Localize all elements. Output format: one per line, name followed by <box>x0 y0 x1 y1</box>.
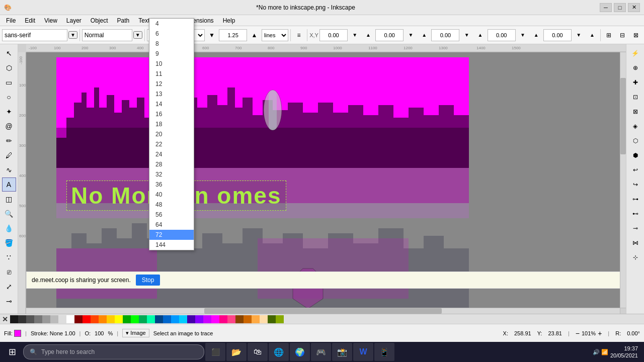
color-swatch[interactable] <box>139 315 147 323</box>
snap-btn-8[interactable]: ⬢ <box>628 148 642 162</box>
scrollbar-thumb-h[interactable] <box>204 308 442 314</box>
font-size-option-16[interactable]: 16 <box>149 109 194 119</box>
snap-btn-15[interactable]: ⊹ <box>628 250 642 264</box>
font-size-option-8[interactable]: 8 <box>149 39 194 49</box>
color-swatch[interactable] <box>203 315 211 323</box>
font-size-option-72[interactable]: 72 <box>149 230 194 240</box>
snap-btn-1[interactable]: ⚡ <box>628 46 642 60</box>
text-tool[interactable]: A <box>2 177 16 192</box>
menu-view[interactable]: View <box>40 16 61 25</box>
coord-z[interactable] <box>431 29 459 41</box>
coord-x-inc[interactable]: ▲ <box>362 29 375 42</box>
font-size-option-32[interactable]: 32 <box>149 169 194 179</box>
close-button[interactable]: ✕ <box>628 3 640 12</box>
font-style-input[interactable] <box>82 29 132 41</box>
font-size-option-56[interactable]: 56 <box>149 210 194 220</box>
font-size-option-18[interactable]: 18 <box>149 119 194 129</box>
view-more-btn[interactable]: ⊠ <box>629 29 642 42</box>
font-size-option-11[interactable]: 11 <box>149 69 194 79</box>
color-swatch[interactable] <box>58 315 66 323</box>
menu-help[interactable]: Help <box>219 16 239 25</box>
font-family-input[interactable] <box>2 29 67 41</box>
font-size-option-48[interactable]: 48 <box>149 200 194 210</box>
view-grid-btn[interactable]: ⊞ <box>603 29 615 42</box>
font-size-option-22[interactable]: 22 <box>149 139 194 149</box>
font-size-option-12[interactable]: 12 <box>149 79 194 89</box>
snap-btn-4[interactable]: ⊡ <box>628 90 642 104</box>
menu-file[interactable]: File <box>2 16 20 25</box>
color-swatch[interactable] <box>66 315 74 323</box>
coord-w-dec[interactable]: ▼ <box>517 29 529 42</box>
coord-h-dec[interactable]: ▼ <box>573 29 585 42</box>
font-size-option-36[interactable]: 36 <box>149 179 194 190</box>
color-swatch[interactable] <box>34 315 42 323</box>
color-swatch[interactable] <box>187 315 195 323</box>
menu-object[interactable]: Object <box>87 16 112 25</box>
stop-sharing-button[interactable]: Stop <box>136 275 160 286</box>
coord-w-inc[interactable]: ▲ <box>530 29 542 42</box>
coord-z-inc[interactable]: ▲ <box>474 29 487 42</box>
taskbar-word[interactable]: W <box>353 343 373 361</box>
color-swatch[interactable] <box>18 315 26 323</box>
no-fill-swatch[interactable]: ✕ <box>0 315 10 323</box>
font-size-option-40[interactable]: 40 <box>149 190 194 200</box>
color-swatch[interactable] <box>83 315 91 323</box>
font-style-dropdown-btn[interactable]: ▼ <box>133 31 142 39</box>
dropper-tool[interactable]: 💧 <box>2 221 16 235</box>
zoom-fit-btn[interactable]: ⊟ <box>616 29 629 42</box>
color-swatch[interactable] <box>260 315 268 323</box>
taskbar-store[interactable]: 🛍 <box>248 343 268 361</box>
canvas-scrollbar-vertical[interactable] <box>620 52 626 308</box>
font-size-option-6[interactable]: 6 <box>149 29 194 39</box>
star-tool[interactable]: ✦ <box>2 105 16 119</box>
coord-z-dec[interactable]: ▼ <box>460 29 473 42</box>
snap-btn-11[interactable]: ⊶ <box>628 192 642 206</box>
decrease-btn[interactable]: ▼ <box>206 29 218 42</box>
minimize-button[interactable]: ─ <box>600 3 612 12</box>
coord-y[interactable] <box>375 29 404 41</box>
fill-color-box[interactable] <box>14 330 21 337</box>
taskview-btn[interactable]: ⬛ <box>205 343 225 361</box>
color-swatch[interactable] <box>195 315 203 323</box>
bucket-tool[interactable]: 🪣 <box>2 236 16 250</box>
font-family-dropdown-btn[interactable]: ▼ <box>68 31 77 39</box>
taskbar-search[interactable]: 🔍 Type here to search <box>23 344 204 359</box>
color-swatch[interactable] <box>211 315 219 323</box>
color-swatch[interactable] <box>10 315 18 323</box>
color-swatch[interactable] <box>115 315 123 323</box>
snap-btn-5[interactable]: ⊠ <box>628 105 642 119</box>
coord-y-dec[interactable]: ▼ <box>405 29 417 42</box>
coord-x-dec[interactable]: ▼ <box>349 29 361 42</box>
spray-tool[interactable]: ∵ <box>2 250 16 264</box>
font-size-option-13[interactable]: 13 <box>149 89 194 99</box>
color-swatch[interactable] <box>219 315 227 323</box>
font-size-option-20[interactable]: 20 <box>149 129 194 139</box>
lines-select[interactable]: lines <box>262 29 288 41</box>
color-swatch[interactable] <box>147 315 155 323</box>
font-size-option-10[interactable]: 10 <box>149 59 194 69</box>
connector-tool[interactable]: ⤢ <box>2 280 16 294</box>
font-size-option-4[interactable]: 4 <box>149 19 194 29</box>
snap-btn-12[interactable]: ⊷ <box>628 207 642 221</box>
taskbar-app1[interactable]: 🎮 <box>311 343 331 361</box>
taskbar-photos[interactable]: 📸 <box>332 343 352 361</box>
color-swatch[interactable] <box>26 315 34 323</box>
snap-btn-14[interactable]: ⋈ <box>628 236 642 250</box>
increase-btn[interactable]: ▲ <box>248 29 261 42</box>
menu-path[interactable]: Path <box>113 16 134 25</box>
color-swatch[interactable] <box>107 315 115 323</box>
align-btn[interactable]: ≡ <box>293 29 305 42</box>
pen-tool[interactable]: 🖊 <box>2 148 16 162</box>
canvas-scrollbar-horizontal[interactable] <box>26 308 620 314</box>
color-swatch[interactable] <box>171 315 179 323</box>
font-size-option-64[interactable]: 64 <box>149 220 194 230</box>
font-size-option-24[interactable]: 24 <box>149 149 194 159</box>
snap-btn-7[interactable]: ⬡ <box>628 134 642 148</box>
spiral-tool[interactable]: @ <box>2 119 16 133</box>
start-button[interactable]: ⊞ <box>2 343 22 361</box>
color-swatch[interactable] <box>179 315 187 323</box>
line-height-input[interactable] <box>219 29 247 41</box>
coord-h-inc[interactable]: ▲ <box>586 29 599 42</box>
select-tool[interactable]: ↖ <box>2 46 16 60</box>
color-swatch[interactable] <box>163 315 171 323</box>
